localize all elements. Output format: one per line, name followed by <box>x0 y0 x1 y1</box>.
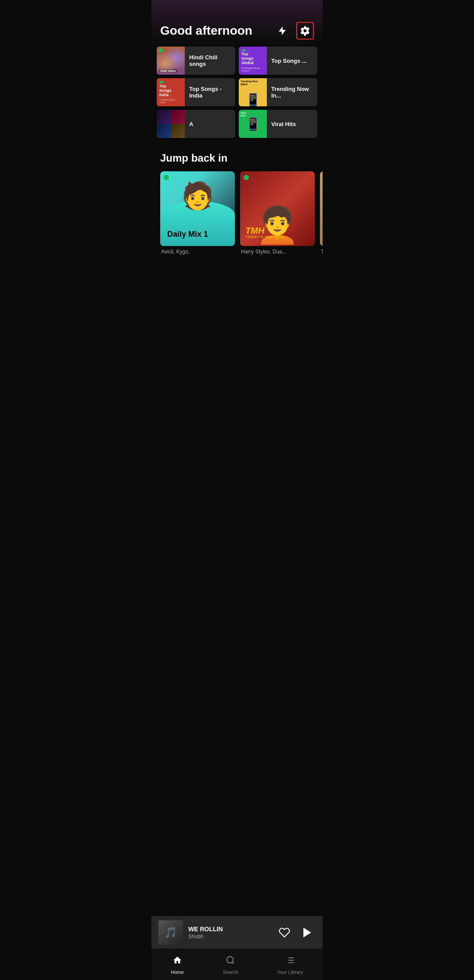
quick-tiles-grid: Chill Vibes Hindi Chill songs TopSongsGl… <box>151 47 323 141</box>
tile-label-hindi-chill: Hindi Chill songs <box>185 54 235 67</box>
home-icon <box>172 955 182 968</box>
album-art-partial <box>320 171 323 246</box>
top-global-art: TopSongsGlobal ⬆ Weekly Music Charts <box>239 47 267 75</box>
lightning-icon <box>277 25 287 36</box>
person-silhouette: 🧑 <box>181 180 214 211</box>
heart-icon <box>279 927 290 938</box>
album-subtitle-partial: To... <box>320 249 323 255</box>
jump-back-scroll[interactable]: 🧑 Daily Mix 1 Avicii, Kygo, 🧑‍🦱 TMH TODA… <box>151 171 323 262</box>
album-card-top-hits[interactable]: 🧑‍🦱 TMH TODAY'S TOP HITS Harry Styles, D… <box>240 171 315 255</box>
tiles-row: Chill Vibes Hindi Chill songs TopSongsGl… <box>157 47 317 138</box>
play-button[interactable] <box>299 924 316 941</box>
library-icon <box>285 955 295 968</box>
greeting-title: Good afternoon <box>160 24 252 38</box>
now-playing-bar[interactable]: 🎵 WE ROLLIN Shubh <box>151 916 323 949</box>
svg-point-1 <box>227 957 233 963</box>
top-hits-art: 🧑‍🦱 TMH TODAY'S TOP HITS <box>240 171 315 246</box>
daily-mix-art-title: Daily Mix 1 <box>167 230 208 239</box>
tile-img-mixed <box>157 110 185 138</box>
tile-trending[interactable]: Trending NowINDIA Trending Now In... <box>239 78 317 106</box>
search-icon <box>226 955 235 968</box>
bottom-spacer <box>151 262 323 332</box>
album-art-daily-mix: 🧑 Daily Mix 1 <box>160 171 235 246</box>
nav-search[interactable]: Search <box>214 954 247 976</box>
settings-button[interactable] <box>296 22 314 40</box>
header-icons <box>275 22 314 40</box>
nav-home-label: Home <box>171 969 183 975</box>
now-playing-thumbnail: 🎵 <box>158 920 183 945</box>
jump-back-title: Jump back in <box>151 141 323 171</box>
tile-img-top-india: TopSongsIndia ⬆ Weekly Music Charts <box>157 78 185 106</box>
svg-line-2 <box>232 962 234 964</box>
play-icon <box>301 926 314 939</box>
hits-logo: TMH TODAY'S TOP HITS <box>245 226 309 239</box>
tile-label-mixed: A <box>185 121 235 127</box>
bottom-navigation: Home Search Your Library <box>151 948 323 980</box>
tile-img-trending: Trending NowINDIA <box>239 78 267 106</box>
album-subtitle-hits: Harry Styles, Dua... <box>240 249 315 255</box>
spotify-logo-hits <box>244 175 249 180</box>
tile-top-india[interactable]: TopSongsIndia ⬆ Weekly Music Charts Top … <box>157 78 235 106</box>
album-card-daily-mix[interactable]: 🧑 Daily Mix 1 Avicii, Kygo, <box>160 171 235 255</box>
album-subtitle-daily: Avicii, Kygo, <box>160 249 235 255</box>
nav-home[interactable]: Home <box>162 954 192 976</box>
tile-top-global[interactable]: TopSongsGlobal ⬆ Weekly Music Charts Top… <box>239 47 317 75</box>
now-playing-artist: Shubh <box>188 933 272 940</box>
partial-art <box>320 171 323 246</box>
tile-hindi-chill[interactable]: Chill Vibes Hindi Chill songs <box>157 47 235 75</box>
tile-img-hindi-chill: Chill Vibes <box>157 47 185 75</box>
tile-mixed[interactable]: A <box>157 110 235 138</box>
top-india-art: TopSongsIndia ⬆ Weekly Music Charts <box>157 78 185 106</box>
tile-viral-hits[interactable]: ViralHits Viral Hits <box>239 110 317 138</box>
hits-person: 🧑‍🦱 <box>255 205 299 246</box>
now-playing-title: WE ROLLIN <box>188 926 272 933</box>
viral-art: ViralHits <box>239 110 267 138</box>
like-button[interactable] <box>277 925 292 940</box>
tile-img-viral: ViralHits <box>239 110 267 138</box>
now-playing-controls <box>277 924 316 941</box>
tile-label-top-india: Top Songs - India <box>185 86 235 99</box>
nav-search-label: Search <box>223 969 238 975</box>
nav-library-label: Your Library <box>277 969 303 975</box>
album-art-top-hits: 🧑‍🦱 TMH TODAY'S TOP HITS <box>240 171 315 246</box>
gear-icon <box>300 25 310 36</box>
album-card-partial[interactable]: To... <box>320 171 323 255</box>
trending-art: Trending NowINDIA <box>239 78 267 106</box>
tile-img-top-global: TopSongsGlobal ⬆ Weekly Music Charts <box>239 47 267 75</box>
spotify-logo-daily <box>164 175 169 180</box>
nav-library[interactable]: Your Library <box>269 954 312 976</box>
spotify-dot <box>158 48 163 53</box>
mixed-art <box>157 110 185 138</box>
tile-label-top-global: Top Songs ... <box>267 58 317 64</box>
thumb-art: 🎵 <box>158 920 183 945</box>
daily-mix-art: 🧑 Daily Mix 1 <box>160 171 235 246</box>
svg-marker-0 <box>303 928 311 938</box>
header: Good afternoon <box>151 0 323 47</box>
tile-label-trending: Trending Now In... <box>267 86 317 99</box>
tile-label-viral: Viral Hits <box>267 121 317 127</box>
now-playing-info: WE ROLLIN Shubh <box>188 926 272 940</box>
lightning-button[interactable] <box>275 24 289 38</box>
